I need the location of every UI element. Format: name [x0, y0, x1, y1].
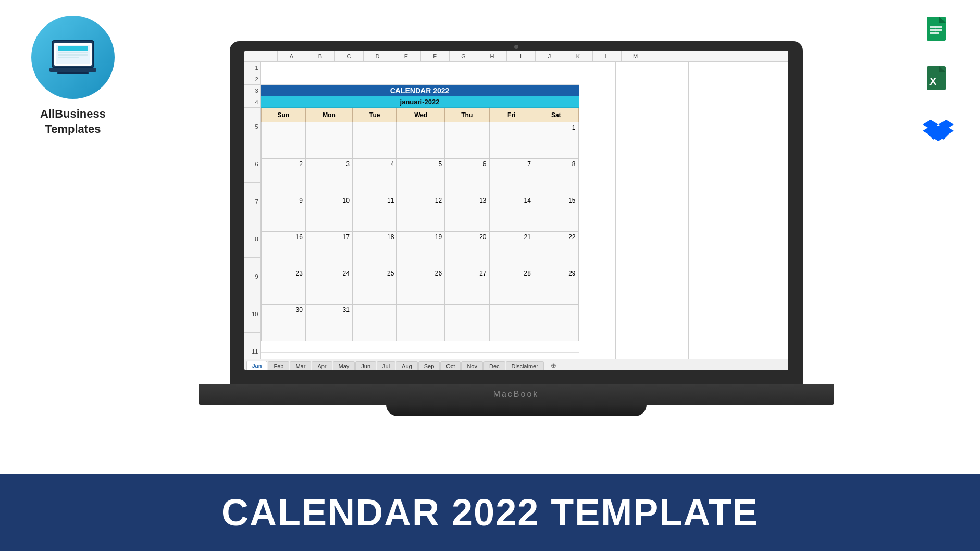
- laptop-base: MacBook: [199, 384, 834, 405]
- laptop-screen: A B C D E F G H I J K L M: [244, 51, 788, 370]
- cal-day-28: 28: [489, 268, 534, 305]
- col-M: M: [622, 51, 650, 61]
- cal-day-19: 19: [397, 232, 445, 268]
- col-C: C: [335, 51, 364, 61]
- sheet-tab-sep[interactable]: Sep: [418, 361, 440, 370]
- row-7: 7: [244, 183, 260, 220]
- col-D: D: [364, 51, 392, 61]
- cal-day-18: 18: [352, 232, 396, 268]
- cal-cell: [397, 122, 445, 159]
- cal-day-3: 3: [305, 159, 352, 195]
- laptop-stand: [386, 405, 647, 416]
- excel-icon-box[interactable]: X: [917, 60, 959, 102]
- col-I: I: [507, 51, 536, 61]
- laptop-container: A B C D E F G H I J K L M: [141, 10, 891, 468]
- cal-day-30: 30: [261, 305, 305, 341]
- day-sat: Sat: [534, 108, 578, 122]
- sheet-tab-disclaimer[interactable]: Disclaimer: [506, 361, 544, 370]
- sheet-tab-dec[interactable]: Dec: [483, 361, 505, 370]
- dropbox-icon-box[interactable]: [917, 109, 959, 151]
- row-2: 2: [244, 73, 260, 85]
- row-1: 1: [244, 62, 260, 73]
- day-fri: Fri: [489, 108, 534, 122]
- sheet-tab-oct[interactable]: Oct: [440, 361, 461, 370]
- dropbox-icon: [920, 115, 957, 146]
- col-K: K: [564, 51, 593, 61]
- cal-day-17: 17: [305, 232, 352, 268]
- cal-day-5: 5: [397, 159, 445, 195]
- svg-rect-3: [58, 46, 88, 51]
- logo-area: AllBusiness Templates: [16, 16, 130, 136]
- row-6: 6: [244, 145, 260, 183]
- cal-day-8: 8: [534, 159, 578, 195]
- row-11: 11: [244, 333, 260, 359]
- cal-day-26: 26: [397, 268, 445, 305]
- sheet-tab-feb[interactable]: Feb: [268, 361, 289, 370]
- cal-cell: [445, 122, 489, 159]
- day-thu: Thu: [445, 108, 489, 122]
- day-mon: Mon: [305, 108, 352, 122]
- cal-day-22: 22: [534, 232, 578, 268]
- day-sun: Sun: [261, 108, 305, 122]
- excel-content: A B C D E F G H I J K L M: [244, 51, 788, 370]
- svg-rect-8: [57, 72, 89, 74]
- cal-day-24: 24: [305, 268, 352, 305]
- cal-day-29: 29: [534, 268, 578, 305]
- cal-day-27: 27: [445, 268, 489, 305]
- cal-day-12: 12: [397, 195, 445, 232]
- cal-day-15: 15: [534, 195, 578, 232]
- sheet-tab-may[interactable]: May: [333, 361, 355, 370]
- cal-day-21: 21: [489, 232, 534, 268]
- excel-icon: X: [923, 65, 954, 96]
- cal-day-14: 14: [489, 195, 534, 232]
- cal-day-10: 10: [305, 195, 352, 232]
- row-5: 5: [244, 108, 260, 145]
- svg-rect-7: [49, 68, 96, 72]
- laptop-icon: [47, 38, 99, 77]
- sheet-tab-nov[interactable]: Nov: [461, 361, 483, 370]
- cal-empty: [489, 305, 534, 341]
- row-8: 8: [244, 220, 260, 258]
- sheet-tab-jul[interactable]: Jul: [377, 361, 395, 370]
- row-10: 10: [244, 295, 260, 333]
- cal-day-23: 23: [261, 268, 305, 305]
- svg-rect-14: [930, 32, 939, 34]
- cal-cell: [305, 122, 352, 159]
- cal-day-13: 13: [445, 195, 489, 232]
- cal-day-25: 25: [352, 268, 396, 305]
- sheet-tab-mar[interactable]: Mar: [290, 361, 311, 370]
- cal-day-6: 6: [445, 159, 489, 195]
- cal-day-31: 31: [305, 305, 352, 341]
- row-9: 9: [244, 258, 260, 295]
- svg-rect-6: [58, 57, 79, 58]
- day-wed: Wed: [397, 108, 445, 122]
- add-sheet-button[interactable]: ⊕: [547, 360, 561, 370]
- right-icons-area: X: [917, 10, 959, 151]
- calendar-table: Sun Mon Tue Wed Thu Fri Sat: [261, 108, 579, 341]
- col-L: L: [593, 51, 622, 61]
- col-headers-row: A B C D E F G H I J K L M: [244, 51, 788, 62]
- col-J: J: [536, 51, 564, 61]
- sheet-tab-aug[interactable]: Aug: [396, 361, 418, 370]
- cal-cell: [352, 122, 396, 159]
- col-A: A: [278, 51, 306, 61]
- cal-empty: [352, 305, 396, 341]
- logo-text: AllBusiness Templates: [40, 107, 106, 136]
- col-E: E: [392, 51, 421, 61]
- calendar-title: CALENDAR 2022: [261, 85, 579, 96]
- sheet-tab-jun[interactable]: Jun: [355, 361, 376, 370]
- sheet-tab-jan[interactable]: Jan: [246, 361, 268, 370]
- svg-text:X: X: [929, 76, 937, 87]
- logo-circle: [31, 16, 115, 99]
- right-grid-area: [579, 62, 788, 359]
- laptop-screen-bezel: A B C D E F G H I J K L M: [230, 41, 803, 385]
- cal-day-2: 2: [261, 159, 305, 195]
- cal-cell: [489, 122, 534, 159]
- cal-empty: [534, 305, 578, 341]
- cal-day-16: 16: [261, 232, 305, 268]
- google-sheets-icon-box[interactable]: [917, 10, 959, 52]
- col-G: G: [450, 51, 478, 61]
- svg-rect-5: [58, 54, 88, 56]
- laptop-outer: A B C D E F G H I J K L M: [230, 41, 803, 437]
- sheet-tab-apr[interactable]: Apr: [312, 361, 332, 370]
